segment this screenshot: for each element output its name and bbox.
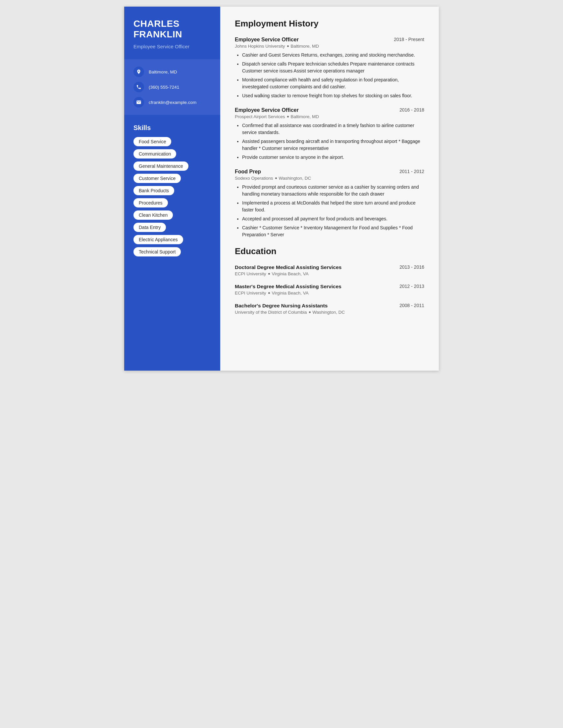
- phone-icon: [133, 82, 144, 92]
- school-name: ECPI University: [235, 291, 266, 296]
- separator-dot: [268, 292, 270, 294]
- skill-tag: Electric Appliances: [133, 235, 183, 244]
- school-name: ECPI University: [235, 271, 266, 276]
- bullet-item: Implemented a process at McDonalds that …: [242, 200, 424, 213]
- job-title: Employee Service Officer: [235, 37, 299, 43]
- resume-container: CHARLES FRANKLIN Employee Service Office…: [124, 7, 439, 371]
- degree-dates: 2008 - 2011: [399, 303, 424, 308]
- email-item: cfranklin@example.com: [133, 97, 211, 108]
- separator-dot: [268, 273, 270, 275]
- skill-tag: Bank Products: [133, 186, 174, 195]
- jobs-list: Employee Service Officer2018 - PresentJo…: [235, 37, 424, 238]
- job-location: Baltimore, MD: [291, 44, 319, 49]
- edu-meta: ECPI UniversityVirginia Beach, VA: [235, 271, 424, 276]
- degree-title: Bachelor's Degree Nursing Assistants: [235, 303, 328, 309]
- job-header: Employee Service Officer2018 - Present: [235, 37, 424, 43]
- sidebar-header: CHARLES FRANKLIN Employee Service Office…: [124, 7, 220, 59]
- job-bullets: Confirmed that all assistance was coordi…: [235, 122, 424, 161]
- edu-header: Bachelor's Degree Nursing Assistants2008…: [235, 303, 424, 309]
- job-meta: Sodexo OperationsWashington, DC: [235, 176, 424, 181]
- job-dates: 2011 - 2012: [399, 169, 424, 174]
- separator-dot: [287, 45, 289, 47]
- edu-header: Master's Degree Medical Assisting Servic…: [235, 284, 424, 290]
- degrees-list: Doctoral Degree Medical Assisting Servic…: [235, 264, 424, 315]
- job-meta: Johns Hopkins UniversityBaltimore, MD: [235, 44, 424, 49]
- job-block: Food Prep2011 - 2012Sodexo OperationsWas…: [235, 169, 424, 238]
- degree-location: Washington, DC: [313, 310, 345, 315]
- degree-dates: 2012 - 2013: [399, 284, 424, 289]
- job-meta: Prospect Airport ServicesBaltimore, MD: [235, 114, 424, 119]
- contact-section: Baltimore, MD (360) 555-7241 cfranklin@e…: [124, 59, 220, 115]
- job-block: Employee Service Officer2016 - 2018Prosp…: [235, 107, 424, 161]
- degree-location: Virginia Beach, VA: [272, 291, 309, 296]
- company-name: Prospect Airport Services: [235, 114, 285, 119]
- job-bullets: Provided prompt and courteous customer s…: [235, 184, 424, 238]
- sidebar: CHARLES FRANKLIN Employee Service Office…: [124, 7, 220, 371]
- skills-section: Skills Food ServiceCommunicationGeneral …: [124, 115, 220, 266]
- edu-meta: ECPI UniversityVirginia Beach, VA: [235, 291, 424, 296]
- edu-header: Doctoral Degree Medical Assisting Servic…: [235, 264, 424, 270]
- degree-title: Master's Degree Medical Assisting Servic…: [235, 284, 342, 290]
- skill-tag: Procedures: [133, 198, 168, 207]
- location-text: Baltimore, MD: [149, 69, 177, 74]
- employment-section: Employment History Employee Service Offi…: [235, 19, 424, 238]
- bullet-item: Provide customer service to anyone in th…: [242, 154, 424, 161]
- bullet-item: Provided prompt and courteous customer s…: [242, 184, 424, 198]
- job-dates: 2016 - 2018: [399, 107, 424, 113]
- skills-heading: Skills: [133, 124, 211, 132]
- skill-tag: Data Entry: [133, 223, 166, 232]
- education-block: Doctoral Degree Medical Assisting Servic…: [235, 264, 424, 276]
- skill-tag: Technical Support: [133, 247, 181, 256]
- education-section-title: Education: [235, 246, 424, 258]
- degree-title: Doctoral Degree Medical Assisting Servic…: [235, 264, 342, 270]
- job-header: Employee Service Officer2016 - 2018: [235, 107, 424, 113]
- company-name: Johns Hopkins University: [235, 44, 285, 49]
- job-title: Employee Service Officer: [235, 107, 299, 113]
- job-header: Food Prep2011 - 2012: [235, 169, 424, 175]
- job-location: Washington, DC: [279, 176, 311, 181]
- bullet-item: Cashier * Customer Service * Inventory M…: [242, 224, 424, 238]
- education-block: Master's Degree Medical Assisting Servic…: [235, 284, 424, 296]
- skill-tag: Customer Service: [133, 174, 181, 183]
- job-dates: 2018 - Present: [394, 37, 424, 42]
- bullet-item: Confirmed that all assistance was coordi…: [242, 122, 424, 136]
- separator-dot: [275, 177, 277, 179]
- bullet-item: Used walking stacker to remove freight f…: [242, 92, 424, 99]
- skill-tag: Communication: [133, 149, 176, 159]
- bullet-item: Cashier and Guest Services Returns, exch…: [242, 52, 424, 59]
- separator-dot: [287, 116, 289, 117]
- job-bullets: Cashier and Guest Services Returns, exch…: [235, 52, 424, 99]
- separator-dot: [309, 311, 311, 313]
- bullet-item: Accepted and processed all payment for f…: [242, 215, 424, 222]
- edu-meta: University of the District of ColumbiaWa…: [235, 310, 424, 315]
- candidate-name: CHARLES FRANKLIN: [133, 19, 211, 40]
- bullet-item: Dispatch service calls Prepare technicia…: [242, 61, 424, 74]
- location-item: Baltimore, MD: [133, 67, 211, 77]
- skills-list: Food ServiceCommunicationGeneral Mainten…: [133, 137, 211, 256]
- location-icon: [133, 67, 144, 77]
- bullet-item: Assisted passengers boarding aircraft an…: [242, 138, 424, 152]
- job-title: Food Prep: [235, 169, 261, 175]
- degree-dates: 2013 - 2016: [399, 264, 424, 270]
- company-name: Sodexo Operations: [235, 176, 273, 181]
- education-section: Education Doctoral Degree Medical Assist…: [235, 246, 424, 315]
- email-text: cfranklin@example.com: [149, 100, 196, 105]
- phone-text: (360) 555-7241: [149, 85, 179, 90]
- education-block: Bachelor's Degree Nursing Assistants2008…: [235, 303, 424, 315]
- phone-item: (360) 555-7241: [133, 82, 211, 92]
- bullet-item: Monitored compliance with health and saf…: [242, 76, 424, 90]
- skill-tag: General Maintenance: [133, 161, 188, 171]
- candidate-title: Employee Service Officer: [133, 43, 211, 50]
- employment-section-title: Employment History: [235, 19, 424, 30]
- skill-tag: Clean Kitchen: [133, 210, 173, 220]
- skill-tag: Food Service: [133, 137, 171, 146]
- job-block: Employee Service Officer2018 - PresentJo…: [235, 37, 424, 99]
- email-icon: [133, 97, 144, 108]
- main-content: Employment History Employee Service Offi…: [220, 7, 439, 371]
- job-location: Baltimore, MD: [291, 114, 319, 119]
- school-name: University of the District of Columbia: [235, 310, 307, 315]
- degree-location: Virginia Beach, VA: [272, 271, 309, 276]
